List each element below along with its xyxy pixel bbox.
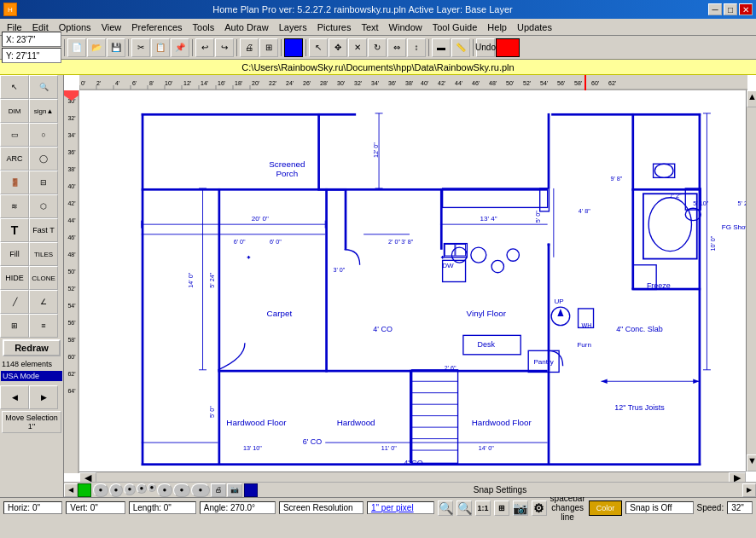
menu-item-tools[interactable]: Tools [188,20,220,34]
cut-button[interactable]: ✂ [131,38,150,57]
snap-settings-label[interactable]: Snap Settings [258,485,742,495]
zoom-actual-btn[interactable]: 1:1 [475,500,491,516]
camera-btn[interactable]: 📷 [513,500,528,516]
svg-text:14' 0": 14' 0" [188,272,195,287]
vert-status: Vert: 0" [66,501,125,514]
color-red[interactable] [496,38,520,57]
menu-item-preferences[interactable]: Preferences [126,20,187,34]
zoom-tool[interactable]: 🔍 [29,75,58,99]
svg-text:58': 58' [67,337,75,343]
text-tool[interactable]: T [0,218,29,242]
line-tool[interactable]: ╱ [0,290,29,314]
move-button[interactable]: ✥ [329,38,347,57]
paste-button[interactable]: 📌 [171,38,189,57]
bottom-scrollbar[interactable]: ◀ ▶ [79,471,746,482]
window-tool[interactable]: ⊟ [29,171,58,194]
right-scrollbar[interactable]: ▲ ▼ [746,90,756,471]
ellipse-tool[interactable]: ◯ [29,147,58,171]
ruler-button[interactable]: 📏 [451,38,470,57]
nav-right[interactable]: ▶ [29,385,58,409]
scroll-down-button[interactable]: ▼ [747,454,756,471]
dim-tool[interactable]: DIM [0,99,29,123]
menu-item-view[interactable]: View [96,20,127,34]
clone-tool[interactable]: CLONE [29,266,58,290]
settings-btn[interactable]: ⚙ [532,500,547,516]
spacebar-label: spacebar changes line [550,494,585,522]
svg-rect-79 [548,113,550,188]
redraw-button[interactable]: Redraw [3,339,61,356]
wall-tool[interactable]: ▭ [0,123,29,147]
zoom-extra[interactable]: ● [173,483,190,497]
undo2-button[interactable]: Undo [476,38,495,57]
stair-tool[interactable]: ≋ [0,194,29,218]
poly-tool[interactable]: ⬡ [29,194,58,218]
menu-item-auto-draw[interactable]: Auto Draw [219,20,273,34]
door-tool[interactable]: 🚪 [0,171,29,194]
dimension-button[interactable]: ↕ [407,38,426,57]
menu-item-pictures[interactable]: Pictures [312,20,357,34]
circle-tool[interactable]: ○ [29,123,58,147]
svg-text:12" Trus Joists: 12" Trus Joists [614,403,665,412]
wall-button[interactable]: ▬ [432,38,451,57]
zoom-fit-all[interactable]: ● [191,483,210,497]
arc-tool[interactable]: ARC [0,147,29,171]
zoom-in-btn[interactable]: 🔍 [438,500,453,516]
delete-button[interactable]: ✕ [348,38,367,57]
zoom-export[interactable]: 📷 [227,483,242,497]
zoom-50[interactable]: ● [124,483,136,495]
scroll-left-button[interactable]: ◀ [79,472,96,482]
select-button[interactable]: ↖ [309,38,328,57]
print-button[interactable]: 🖨 [240,38,259,57]
menu-item-updates[interactable]: Updates [512,20,557,34]
menu-item-text[interactable]: Text [356,20,383,34]
save-button[interactable]: 💾 [107,38,125,57]
scroll-up-button[interactable]: ▲ [747,90,756,107]
menu-item-help[interactable]: Help [482,20,512,34]
minimize-button[interactable]: ─ [708,3,722,15]
zoom-fit-button[interactable]: ⊞ [259,38,278,57]
layer-tool[interactable]: ≡ [29,314,58,338]
rotate-button[interactable]: ↻ [368,38,387,57]
svg-text:48': 48' [67,252,75,257]
svg-text:38': 38' [67,166,75,172]
zoom-print[interactable]: 🖨 [211,483,226,497]
menu-item-layers[interactable]: Layers [274,20,312,34]
nav-right-btn[interactable]: ▶ [742,483,756,497]
color-indicator[interactable]: Color [589,500,623,516]
mirror-button[interactable]: ⇔ [387,38,406,57]
scroll-right-button[interactable]: ▶ [729,472,746,482]
zoom-33[interactable]: ● [137,483,147,494]
snap-tool[interactable]: ⊞ [0,314,29,338]
new-button[interactable]: 📄 [67,38,86,57]
nav-left-btn[interactable]: ◀ [64,483,78,497]
zoom-25[interactable]: ● [148,483,156,492]
pointer-tool[interactable]: ↖ [0,75,29,99]
copy-button[interactable]: 📋 [151,38,170,57]
undo-button[interactable]: ↩ [195,38,214,57]
zoom-custom[interactable]: ● [157,483,172,497]
measure-tool[interactable]: ∠ [29,290,58,314]
open-button[interactable]: 📂 [87,38,106,57]
fill-tool[interactable]: Fill [0,242,29,266]
redo-button[interactable]: ↪ [215,38,234,57]
svg-text:10' 0": 10' 0" [710,235,717,251]
svg-text:DW: DW [442,262,454,269]
hide-tool[interactable]: HIDE [0,266,29,290]
zoom-fit-btn[interactable]: ⊞ [494,500,509,516]
menu-item-tool-guide[interactable]: Tool Guide [427,20,483,34]
fast-text-tool[interactable]: Fast T [29,218,58,242]
zoom-out-btn[interactable]: 🔍 [457,500,472,516]
color-blue[interactable] [284,38,303,57]
zoom-100[interactable]: ● [93,483,108,497]
maximize-button[interactable]: □ [724,3,737,15]
canvas-area[interactable]: 0' 2' 4' 6' 8' 10' 12' 14' 16' 18' 20' 2… [64,75,756,482]
svg-text:30': 30' [337,80,345,86]
sign-tool[interactable]: sign▲ [29,99,58,123]
tiles-tool[interactable]: TILES [29,242,58,266]
filepath-text: C:\Users\RainbowSky.ru\Documents\hpp\Dat… [241,62,514,72]
close-button[interactable]: ✕ [739,3,753,15]
menu-item-window[interactable]: Window [384,20,427,34]
nav-left[interactable]: ◀ [0,385,29,409]
floor-plan-canvas[interactable]: Screened Porch DW Carpet Vinyl Floor Des… [79,90,747,473]
zoom-75[interactable]: ● [109,483,123,497]
